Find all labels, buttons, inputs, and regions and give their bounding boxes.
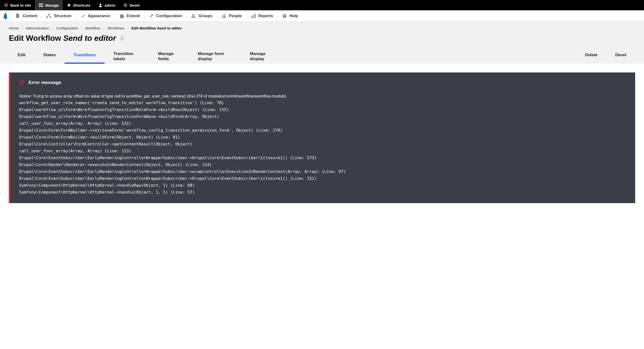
svg-point-5 xyxy=(125,5,126,6)
breadcrumb-workflow[interactable]: Workflow xyxy=(85,26,100,30)
error-notice-line-num: 274 xyxy=(196,94,203,98)
menu-appearance-label: Appearance xyxy=(88,14,110,18)
tab-manage-fields[interactable]: Manage fields xyxy=(149,49,189,64)
svg-rect-1 xyxy=(39,4,43,4)
error-notice-of: of xyxy=(202,94,208,98)
svg-point-0 xyxy=(5,4,8,7)
menu-people[interactable]: People xyxy=(217,10,246,21)
admin-user-link[interactable]: admin xyxy=(94,0,119,10)
shortcuts-label: Shortcuts xyxy=(73,3,90,7)
error-notice-close: ). xyxy=(285,94,287,98)
header-region: Home › Administration › Configuration › … xyxy=(0,22,644,64)
page-title-prefix: Edit Workflow xyxy=(9,34,61,42)
chevron-right-icon: › xyxy=(52,26,53,30)
menu-people-label: People xyxy=(229,14,242,18)
menu-reports[interactable]: Reports xyxy=(246,10,278,21)
page-title-em: Send to editor xyxy=(63,34,116,42)
manage-link[interactable]: Manage xyxy=(35,0,63,10)
svg-point-12 xyxy=(222,14,224,16)
error-notice-file: modules/contrib/workflow/workflow.module xyxy=(208,94,285,98)
menu-structure[interactable]: Structure xyxy=(42,10,76,21)
tab-transition-labels[interactable]: Transition labels xyxy=(104,49,149,64)
svg-rect-13 xyxy=(251,16,252,18)
svg-rect-7 xyxy=(46,17,48,18)
admin-menu: Content Structure Appearance Extend Conf… xyxy=(0,10,644,22)
svg-rect-8 xyxy=(50,17,51,18)
tab-states[interactable]: States xyxy=(34,49,64,64)
structure-icon xyxy=(46,14,51,18)
menu-appearance[interactable]: Appearance xyxy=(76,10,115,21)
help-icon: ? xyxy=(282,14,287,18)
people-icon xyxy=(222,14,226,18)
svg-point-4 xyxy=(100,4,102,6)
menu-icon xyxy=(39,3,43,7)
menu-groups-label: Groups xyxy=(198,14,212,18)
breadcrumb-current-prefix: Edit Workflow xyxy=(132,26,156,30)
back-to-site-label: Back to site xyxy=(10,3,31,7)
svg-rect-14 xyxy=(253,15,254,18)
breadcrumb-home[interactable]: Home xyxy=(9,26,19,30)
svg-point-9 xyxy=(192,14,194,16)
svg-rect-2 xyxy=(39,5,43,6)
chevron-right-icon: › xyxy=(81,26,82,30)
error-body: Notice: Trying to access array offset on… xyxy=(19,92,626,196)
error-notice-label: Notice xyxy=(19,94,31,98)
user-icon xyxy=(98,3,103,7)
back-to-site-link[interactable]: Back to site xyxy=(0,0,35,10)
tab-devel[interactable]: Devel xyxy=(606,49,635,64)
error-notice-text: : Trying to access array offset on value… xyxy=(31,94,126,98)
tab-edit[interactable]: Edit xyxy=(9,49,34,64)
tab-delete[interactable]: Delete xyxy=(576,49,606,64)
chevron-right-icon: › xyxy=(22,26,23,30)
error-message: Error message Notice: Trying to access a… xyxy=(9,72,635,203)
menu-configuration-label: Configuration xyxy=(156,14,182,18)
manage-label: Manage xyxy=(45,3,59,7)
svg-rect-6 xyxy=(48,14,50,15)
breadcrumb-configuration[interactable]: Configuration xyxy=(56,26,78,30)
chevron-right-icon: › xyxy=(128,26,129,30)
menu-content[interactable]: Content xyxy=(11,10,42,21)
groups-icon xyxy=(191,14,196,18)
error-title: Error message xyxy=(28,80,61,85)
svg-text:?: ? xyxy=(284,14,286,18)
drupal-logo[interactable] xyxy=(0,10,11,22)
no-entry-icon xyxy=(19,80,24,85)
breadcrumb-current-em: Send to editor xyxy=(157,26,182,30)
star-outline-icon[interactable]: ☆ xyxy=(120,35,125,42)
menu-extend[interactable]: Extend xyxy=(115,10,144,21)
error-notice-func: workflow_get_user_role_names() xyxy=(126,94,186,98)
page-title: Edit Workflow Send to editor ☆ xyxy=(9,34,635,43)
devel-link[interactable]: Devel xyxy=(119,0,144,10)
wrench-icon xyxy=(149,14,154,18)
tab-transitions[interactable]: Transitions xyxy=(64,49,104,64)
shortcuts-link[interactable]: Shortcuts xyxy=(63,0,94,10)
error-trace: workflow_get_user_role_names('create sen… xyxy=(19,100,626,196)
menu-reports-label: Reports xyxy=(258,14,273,18)
brush-icon xyxy=(80,14,86,18)
breadcrumb-workflows[interactable]: Workflows xyxy=(108,26,124,30)
error-notice-line-prefix: (line xyxy=(186,94,196,98)
tab-manage-display[interactable]: Manage display xyxy=(241,49,281,64)
star-icon xyxy=(67,3,71,7)
puzzle-icon xyxy=(119,14,124,18)
svg-point-11 xyxy=(224,14,226,16)
menu-help-label: Help xyxy=(290,14,298,18)
tabs: Edit States Transitions Transition label… xyxy=(9,49,635,64)
breadcrumb: Home › Administration › Configuration › … xyxy=(9,26,635,30)
tab-manage-form-display[interactable]: Manage form display xyxy=(189,49,241,64)
menu-configuration[interactable]: Configuration xyxy=(144,10,187,21)
menu-content-label: Content xyxy=(22,14,37,18)
gear-icon xyxy=(123,3,128,7)
menu-groups[interactable]: Groups xyxy=(186,10,217,21)
breadcrumb-administration[interactable]: Administration xyxy=(26,26,49,30)
svg-rect-3 xyxy=(39,6,43,7)
document-icon xyxy=(15,14,20,18)
breadcrumb-current: Edit Workflow Send to editor xyxy=(132,26,182,30)
error-header: Error message xyxy=(19,80,626,85)
admin-user-label: admin xyxy=(104,3,116,7)
menu-help[interactable]: ? Help xyxy=(278,10,303,21)
svg-rect-15 xyxy=(254,14,256,18)
menu-structure-label: Structure xyxy=(54,14,71,18)
devel-label: Devel xyxy=(130,3,140,7)
content-region: Error message Notice: Trying to access a… xyxy=(0,64,644,212)
